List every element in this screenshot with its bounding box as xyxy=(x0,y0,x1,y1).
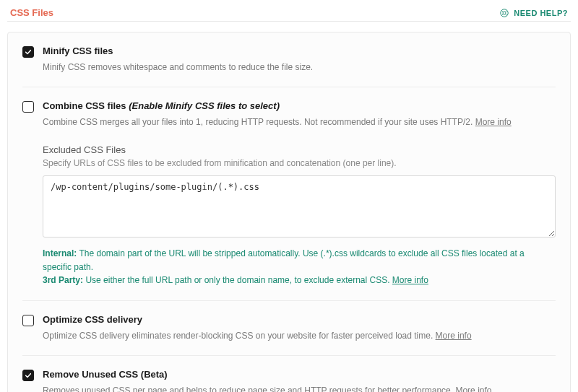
hint-internal-label: Internal: xyxy=(43,248,77,258)
combine-css-more-info[interactable]: More info xyxy=(475,117,512,127)
svg-line-4 xyxy=(502,14,504,15)
excluded-css-hint: Internal: The domain part of the URL wil… xyxy=(43,247,556,287)
minify-css-checkbox[interactable] xyxy=(22,46,34,58)
optimize-css-delivery-desc: Optimize CSS delivery eliminates render-… xyxy=(43,329,556,342)
combine-css-suffix: (Enable Minify CSS files to select) xyxy=(129,100,280,111)
combine-css-checkbox[interactable] xyxy=(22,101,34,113)
remove-unused-css-checkbox[interactable] xyxy=(22,370,34,381)
option-body: Combine CSS files (Enable Minify CSS fil… xyxy=(43,100,556,287)
excluded-css-title: Excluded CSS Files xyxy=(43,144,556,155)
svg-line-2 xyxy=(502,10,504,12)
combine-css-desc-text: Combine CSS merges all your files into 1… xyxy=(43,117,473,127)
svg-line-3 xyxy=(506,10,507,12)
remove-unused-css-desc: Removes unused CSS per page and helps to… xyxy=(43,384,556,392)
option-body: Remove Unused CSS (Beta) Removes unused … xyxy=(43,369,556,392)
remove-unused-css-more-info[interactable]: More info xyxy=(455,386,491,392)
option-body: Optimize CSS delivery Optimize CSS deliv… xyxy=(43,314,556,342)
options-panel: Minify CSS files Minify CSS removes whit… xyxy=(7,32,571,392)
svg-point-1 xyxy=(503,11,506,14)
hint-3rd-label: 3rd Party: xyxy=(43,275,83,285)
check-icon xyxy=(25,48,32,56)
combine-css-desc: Combine CSS merges all your files into 1… xyxy=(43,116,556,129)
remove-unused-css-desc-text: Removes unused CSS per page and helps to… xyxy=(43,386,453,392)
excluded-css-textarea[interactable] xyxy=(43,175,556,238)
combine-css-label-text: Combine CSS files xyxy=(43,100,126,111)
optimize-css-delivery-desc-text: Optimize CSS delivery eliminates render-… xyxy=(43,331,433,341)
optimize-css-delivery-checkbox[interactable] xyxy=(22,315,34,326)
option-combine-css: Combine CSS files (Enable Minify CSS fil… xyxy=(22,87,556,300)
excluded-css-desc: Specify URLs of CSS files to be excluded… xyxy=(43,158,556,168)
optimize-css-delivery-label: Optimize CSS delivery xyxy=(43,314,556,325)
option-minify-css: Minify CSS files Minify CSS removes whit… xyxy=(22,32,556,87)
optimize-css-delivery-more-info[interactable]: More info xyxy=(436,331,472,341)
need-help-link[interactable]: NEED HELP? xyxy=(499,8,568,18)
option-optimize-css-delivery: Optimize CSS delivery Optimize CSS deliv… xyxy=(22,300,556,355)
option-body: Minify CSS files Minify CSS removes whit… xyxy=(43,45,556,74)
remove-unused-css-label: Remove Unused CSS (Beta) xyxy=(43,369,556,380)
excluded-css-block: Excluded CSS Files Specify URLs of CSS f… xyxy=(43,144,556,287)
check-icon xyxy=(25,372,32,379)
lifebuoy-icon xyxy=(499,8,509,18)
page-header: CSS Files NEED HELP? xyxy=(7,7,571,22)
css-files-settings-page: CSS Files NEED HELP? Minify CSS files Mi… xyxy=(0,0,578,392)
need-help-label: NEED HELP? xyxy=(514,9,568,17)
hint-3rd-text: Use either the full URL path or only the… xyxy=(85,275,389,285)
minify-css-desc: Minify CSS removes whitespace and commen… xyxy=(43,61,556,74)
hint-more-info[interactable]: More info xyxy=(392,275,428,285)
page-title: CSS Files xyxy=(10,7,53,18)
minify-css-label: Minify CSS files xyxy=(43,45,556,56)
combine-css-label: Combine CSS files (Enable Minify CSS fil… xyxy=(43,100,556,111)
hint-internal-text: The domain part of the URL will be strip… xyxy=(43,248,525,272)
option-remove-unused-css: Remove Unused CSS (Beta) Removes unused … xyxy=(22,355,556,392)
svg-line-5 xyxy=(506,14,507,15)
